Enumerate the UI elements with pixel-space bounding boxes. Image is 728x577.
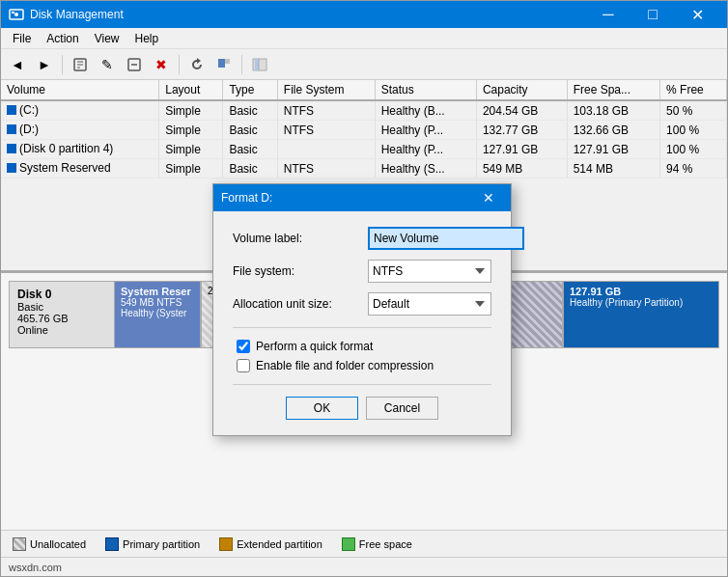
toolbar-sep-1 — [62, 55, 63, 74]
col-pct[interactable]: % Free — [660, 80, 727, 100]
cell-fs: NTFS — [277, 100, 375, 121]
ok-button[interactable]: OK — [286, 397, 358, 420]
quick-format-row: Perform a quick format — [233, 340, 491, 353]
legend-extended: Extended partition — [219, 537, 322, 551]
properties-icon — [72, 57, 88, 72]
toolbar-undo[interactable] — [211, 53, 237, 76]
cell-layout: Simple — [159, 100, 223, 121]
menu-file[interactable]: File — [5, 30, 39, 47]
cell-free: 127.91 GB — [567, 140, 659, 159]
partition-sr-status: Healthy (Syster — [121, 308, 194, 318]
modal-title-bar: Format D: ✕ — [213, 184, 511, 211]
compression-row: Enable file and folder compression — [233, 359, 491, 372]
menu-help[interactable]: Help — [127, 30, 167, 47]
table-row[interactable]: (C:)SimpleBasicNTFSHealthy (B...204.54 G… — [1, 100, 727, 121]
legend-primary: Primary partition — [105, 537, 200, 551]
cell-layout: Simple — [159, 121, 223, 140]
minimize-button[interactable]: ─ — [586, 1, 630, 28]
cell-layout: Simple — [159, 140, 223, 159]
vol-icon: (C:) — [7, 103, 39, 117]
toolbar-help[interactable] — [247, 53, 272, 76]
col-capacity[interactable]: Capacity — [476, 80, 567, 100]
legend-primary-box — [105, 537, 119, 551]
legend-primary-label: Primary partition — [123, 538, 200, 550]
partition-pr-size: 127.91 GB — [570, 286, 713, 297]
cell-volume: System Reserved — [1, 159, 159, 179]
quick-format-checkbox[interactable] — [237, 340, 250, 353]
col-status[interactable]: Status — [375, 80, 476, 100]
col-volume[interactable]: Volume — [1, 80, 159, 100]
cell-capacity: 132.77 GB — [476, 121, 567, 140]
legend-extended-label: Extended partition — [237, 538, 322, 550]
svg-rect-2 — [12, 12, 14, 14]
cell-fs: NTFS — [277, 159, 375, 179]
partition-sr-size: 549 MB NTFS — [121, 297, 194, 308]
dialog-close-button[interactable]: ✕ — [474, 186, 503, 209]
disk-table: Volume Layout Type File System Status Ca… — [1, 80, 727, 179]
col-fs[interactable]: File System — [277, 80, 375, 100]
toolbar-sep-2 — [179, 55, 180, 74]
table-row[interactable]: (D:)SimpleBasicNTFSHealthy (P...132.77 G… — [1, 121, 727, 140]
table-row[interactable]: System ReservedSimpleBasicNTFSHealthy (S… — [1, 159, 727, 179]
alloc-row: Allocation unit size: Default 512 1024 2… — [233, 292, 491, 316]
toolbar-forward[interactable]: ► — [32, 53, 57, 76]
menu-action[interactable]: Action — [39, 30, 86, 47]
vol-bar — [7, 144, 16, 153]
legend-free: Free space — [342, 537, 412, 551]
cell-type: Basic — [223, 159, 277, 179]
vol-bar — [7, 124, 16, 134]
cell-status: Healthy (P... — [375, 140, 476, 159]
legend-unallocated-label: Unallocated — [30, 538, 86, 550]
volume-label-input[interactable] — [368, 227, 524, 250]
vol-icon: (Disk 0 partition 4) — [7, 142, 113, 155]
minus-icon — [126, 57, 142, 72]
status-text: wsxdn.com — [9, 562, 62, 573]
close-button[interactable]: ✕ — [675, 1, 719, 28]
toolbar-back[interactable]: ◄ — [5, 53, 30, 76]
toolbar-properties[interactable] — [68, 53, 93, 76]
dialog-divider-2 — [233, 384, 491, 385]
quick-format-label[interactable]: Perform a quick format — [256, 340, 373, 353]
toolbar-minus[interactable] — [122, 53, 147, 76]
partition-primary-right[interactable]: 127.91 GB Healthy (Primary Partition) — [564, 282, 718, 347]
cell-volume: (Disk 0 partition 4) — [1, 140, 159, 159]
toolbar-edit[interactable]: ✎ — [95, 53, 120, 76]
refresh-icon — [189, 57, 205, 72]
cell-status: Healthy (P... — [375, 121, 476, 140]
toolbar-delete[interactable]: ✖ — [149, 53, 174, 76]
toolbar-refresh[interactable] — [184, 53, 210, 76]
vol-icon: (D:) — [7, 123, 39, 136]
format-dialog: Format D: ✕ Volume label: File system: N… — [212, 183, 512, 436]
cell-volume: (D:) — [1, 121, 159, 140]
title-bar-left: Disk Management — [9, 7, 124, 22]
col-type[interactable]: Type — [223, 80, 277, 100]
volume-label-row: Volume label: — [233, 227, 491, 250]
legend-unallocated-box — [13, 537, 26, 551]
alloc-select[interactable]: Default 512 1024 2048 4096 — [368, 292, 491, 316]
cancel-button[interactable]: Cancel — [366, 397, 438, 420]
file-system-select[interactable]: NTFS FAT32 exFAT — [368, 260, 491, 283]
menu-view[interactable]: View — [87, 30, 127, 47]
cell-pct: 94 % — [660, 159, 727, 179]
cell-pct: 50 % — [660, 100, 727, 121]
cell-free: 132.66 GB — [567, 121, 659, 140]
file-system-row: File system: NTFS FAT32 exFAT — [233, 260, 491, 283]
compression-label[interactable]: Enable file and folder compression — [256, 359, 434, 372]
cell-pct: 100 % — [660, 121, 727, 140]
table-row[interactable]: (Disk 0 partition 4)SimpleBasicHealthy (… — [1, 140, 727, 159]
col-layout[interactable]: Layout — [159, 80, 223, 100]
maximize-button[interactable]: □ — [630, 1, 675, 28]
file-system-label: File system: — [233, 264, 368, 278]
cell-status: Healthy (S... — [375, 159, 476, 179]
cell-layout: Simple — [159, 159, 223, 179]
compression-checkbox[interactable] — [237, 359, 250, 372]
toolbar-sep-3 — [241, 55, 242, 74]
cell-fs: NTFS — [277, 121, 375, 140]
cell-capacity: 127.91 GB — [476, 140, 567, 159]
partition-system-reserved[interactable]: System Reser 549 MB NTFS Healthy (Syster — [115, 282, 202, 347]
partition-pr-status: Healthy (Primary Partition) — [570, 297, 713, 308]
col-free[interactable]: Free Spa... — [567, 80, 659, 100]
cell-fs — [277, 140, 375, 159]
partition-sr-name: System Reser — [121, 286, 194, 297]
cell-type: Basic — [223, 100, 277, 121]
